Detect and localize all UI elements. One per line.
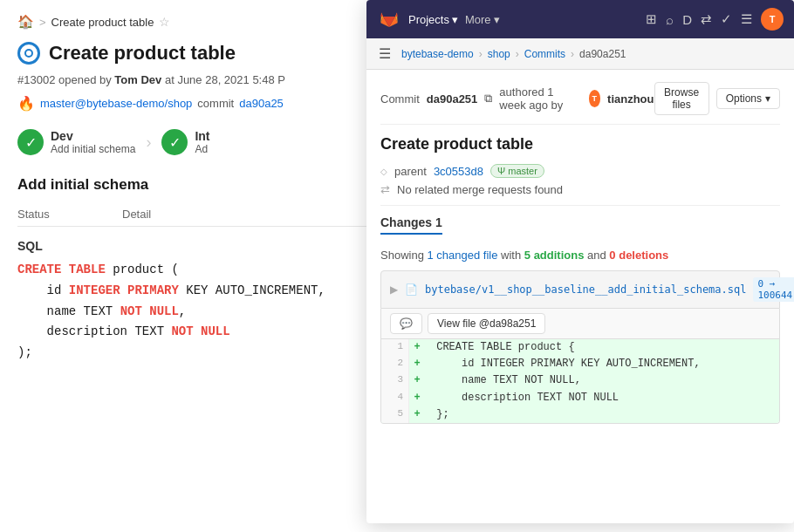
- changes-tab[interactable]: Changes 1: [380, 215, 442, 235]
- gl-commit-title: Create product table: [380, 135, 780, 153]
- nav-more[interactable]: More ▾: [465, 13, 500, 26]
- sep3: ›: [571, 48, 574, 60]
- options-chevron: ▾: [765, 92, 770, 105]
- diff-row-1: 1 + CREATE TABLE product {: [381, 339, 779, 356]
- changed-file-link[interactable]: 1 changed file: [427, 249, 497, 262]
- nav-projects[interactable]: Projects ▾: [408, 13, 458, 26]
- diff-sign-1: +: [409, 339, 425, 356]
- diff-code-4: description TEXT NOT NULL: [425, 390, 779, 406]
- check-icon-int: ✓: [161, 129, 188, 155]
- diff-row-4: 4 + description TEXT NOT NULL: [381, 390, 779, 406]
- file-header: ▶ 📄 bytebase/v1__shop__baseline__add_ini…: [380, 270, 780, 309]
- parent-label: parent: [394, 165, 427, 178]
- commit-actions: Browse files Options ▾: [654, 82, 781, 115]
- diff-sign-5: +: [409, 406, 425, 423]
- comment-button[interactable]: 💬: [390, 313, 422, 334]
- file-path[interactable]: bytebase/v1__shop__baseline__add_initial…: [425, 283, 746, 296]
- diff-row-5: 5 + };: [381, 406, 779, 423]
- and-text: and: [587, 249, 609, 262]
- diff-code-5: };: [425, 406, 779, 423]
- commit-hash-gl: da90a251: [427, 92, 478, 106]
- diff-code-2: id INTEGER PRIMARY KEY AUTO_INCREMENT,: [425, 356, 779, 372]
- nav-icon-search[interactable]: ⊞: [646, 11, 657, 27]
- options-label: Options: [726, 92, 762, 105]
- kw-notnull-1: NOT NULL: [120, 304, 179, 318]
- issue-title: Create product table: [49, 42, 236, 65]
- commit-label: Commit: [380, 92, 420, 106]
- nav-projects-chevron: ▾: [452, 13, 458, 26]
- diff-line-num-5: 5: [381, 406, 409, 423]
- merge-note: No related merge requests found: [397, 183, 563, 196]
- diff-code-1: CREATE TABLE product {: [425, 339, 779, 356]
- commit-info: Commit da90a251 ⧉ authored 1 week ago by…: [380, 85, 654, 112]
- nav-more-label: More: [465, 13, 491, 26]
- parent-hash[interactable]: 3c0553d8: [434, 165, 483, 178]
- file-folder-icon: 📄: [405, 283, 418, 296]
- hamburger-icon[interactable]: ☰: [379, 45, 391, 62]
- file-badge: 0 → 100644: [753, 277, 794, 302]
- gitlab-content: Commit da90a251 ⧉ authored 1 week ago by…: [366, 70, 794, 523]
- home-icon[interactable]: 🏠: [17, 14, 34, 30]
- breadcrumb-current: Create product table: [51, 16, 154, 29]
- stage-sub-int: Ad: [195, 143, 209, 155]
- stage-name-dev: Dev: [51, 129, 135, 143]
- showing-text: Showing 1 changed file with 5 additions …: [380, 249, 780, 262]
- user-avatar[interactable]: T: [761, 8, 784, 31]
- nav-icon-magnify[interactable]: ⌕: [666, 12, 674, 27]
- merge-icon: ⇄: [380, 183, 390, 196]
- issue-author: Tom Dev: [114, 73, 161, 86]
- gitlab-logo[interactable]: [377, 7, 401, 31]
- plain-4a: description TEXT: [17, 324, 171, 338]
- stage-info-dev: Dev Add initial schema: [51, 129, 135, 155]
- stage-sub-dev: Add initial schema: [51, 143, 135, 155]
- diff-sign-3: +: [409, 372, 425, 389]
- issue-status-icon: [17, 42, 40, 65]
- plain-1: product (: [106, 263, 179, 276]
- diff-sign-4: +: [409, 390, 425, 406]
- secondary-nav: ☰ bytebase-demo › shop › Commits › da90a…: [366, 38, 794, 70]
- options-button[interactable]: Options ▾: [716, 88, 780, 109]
- merge-row: ⇄ No related merge requests found: [380, 183, 780, 196]
- divider: [380, 205, 780, 206]
- nav-icons: ⊞ ⌕ D ⇄ ✓ ☰ T: [646, 8, 784, 31]
- kw-create-table: CREATE TABLE: [17, 263, 106, 276]
- stage-name-int: Int: [195, 129, 209, 143]
- nav-icon-merge[interactable]: ⇄: [701, 11, 712, 27]
- date-text: at June 28, 2021 5:48 P: [165, 73, 285, 86]
- nav-commits[interactable]: Commits: [524, 48, 565, 60]
- diff-line-num-2: 2: [381, 356, 409, 372]
- branch-name: master@bytebase-demo/shop: [40, 97, 192, 110]
- diff-line-num-4: 4: [381, 390, 409, 406]
- browse-files-button[interactable]: Browse files: [654, 82, 709, 115]
- copy-icon[interactable]: ⧉: [484, 92, 492, 106]
- plain-3a: name TEXT: [17, 304, 120, 318]
- commit-hash[interactable]: da90a25: [239, 97, 284, 110]
- nav-icon-check[interactable]: ✓: [721, 11, 732, 27]
- nav-projects-label: Projects: [408, 13, 449, 26]
- nav-more-chevron: ▾: [494, 13, 500, 26]
- view-file-button[interactable]: View file @da98a251: [428, 313, 545, 334]
- kw-notnull-2: NOT NULL: [171, 324, 229, 338]
- nav-icon-menu[interactable]: ☰: [741, 11, 752, 27]
- star-icon[interactable]: ☆: [159, 15, 170, 29]
- diff-block: 1 + CREATE TABLE product { 2 + id INTEGE…: [380, 339, 780, 424]
- nav-org[interactable]: bytebase-demo: [401, 48, 474, 60]
- gitlab-nav: Projects ▾ More ▾ ⊞ ⌕ D ⇄ ✓ ☰ T: [366, 0, 794, 38]
- author-avatar: T: [589, 90, 601, 107]
- stage-info-int: Int Ad: [195, 129, 209, 155]
- nav-icon-d[interactable]: D: [682, 12, 692, 27]
- kw-integer: INTEGER PRIMARY: [69, 283, 179, 297]
- plain-2b: KEY AUTO_INCREMENT,: [179, 283, 325, 297]
- sep1: ›: [479, 48, 483, 60]
- commit-header: Commit da90a251 ⧉ authored 1 week ago by…: [380, 82, 780, 125]
- master-badge[interactable]: Ψ master: [490, 164, 544, 178]
- additions-count: 5 additions: [524, 249, 585, 262]
- plain-3b: ,: [179, 304, 186, 318]
- diff-row-3: 3 + name TEXT NOT NULL,: [381, 372, 779, 389]
- breadcrumb-sep1: >: [39, 16, 46, 29]
- nav-repo[interactable]: shop: [488, 48, 510, 60]
- circle-inner: [24, 49, 33, 58]
- pipeline-stage-int: ✓ Int Ad: [161, 129, 209, 155]
- parent-icon: ◇: [380, 167, 387, 176]
- plain-2a: id: [17, 283, 69, 297]
